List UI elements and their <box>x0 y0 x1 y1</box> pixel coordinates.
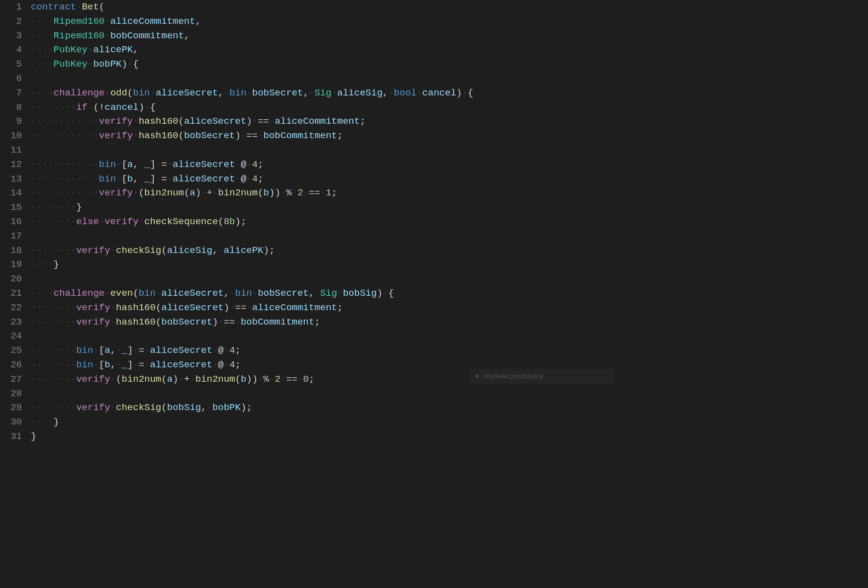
code-line[interactable]: ········if·(!cancel)·{ <box>31 100 868 115</box>
token: aliceSig <box>337 87 383 98</box>
token: ( <box>178 130 184 141</box>
token: verify <box>99 116 133 127</box>
token: · <box>93 359 98 370</box>
token: bin2num <box>121 374 161 385</box>
token: bobSecret <box>184 130 235 141</box>
token: ( <box>139 187 144 198</box>
token: ) <box>139 102 144 113</box>
token: ; <box>258 173 263 184</box>
code-line[interactable]: ············bin·[a,·_]·=·aliceSecret·@·4… <box>31 158 868 172</box>
code-line[interactable] <box>31 272 868 286</box>
token: ! <box>99 102 104 113</box>
code-line[interactable]: ········} <box>31 200 868 215</box>
token: verify <box>99 187 133 198</box>
indent-whitespace: ········ <box>31 216 76 227</box>
code-line[interactable]: } <box>31 429 868 444</box>
code-line[interactable]: ········verify·checkSig(aliceSig,·aliceP… <box>31 244 868 258</box>
code-line[interactable]: ····PubKey·bobPK)·{ <box>31 57 868 72</box>
code-line[interactable]: ····challenge·odd(bin·aliceSecret,·bin·b… <box>31 86 868 100</box>
token: · <box>331 87 337 98</box>
code-line[interactable]: ········verify·hash160(bobSecret)·==·bob… <box>31 315 868 330</box>
line-number: 2 <box>0 14 22 29</box>
line-number: 22 <box>0 301 22 315</box>
token: 2 <box>275 374 280 385</box>
code-line[interactable] <box>31 387 868 401</box>
token: · <box>116 359 121 370</box>
code-line[interactable]: ············bin·[b,·_]·=·aliceSecret·@·4… <box>31 172 868 186</box>
indent-whitespace: ············ <box>31 116 99 127</box>
code-line[interactable]: ········bin·[a,·_]·=·aliceSecret·@·4; <box>31 343 868 358</box>
code-line[interactable]: ····challenge·even(bin·aliceSecret,·bin·… <box>31 286 868 301</box>
code-line[interactable]: ············verify·hash160(aliceSecret)·… <box>31 114 868 129</box>
token: aliceSecret <box>173 173 235 184</box>
token: , <box>201 402 206 413</box>
token: } <box>76 202 82 213</box>
token: _ <box>144 159 150 170</box>
code-line[interactable]: ········bin·[b,·_]·=·aliceSecret·@·4; <box>31 358 868 372</box>
code-editor[interactable]: 1234567891011121314151617181920212223242… <box>0 0 868 588</box>
token: Bet <box>82 1 99 12</box>
token: · <box>110 402 116 413</box>
code-line[interactable]: ····Ripemd160·bobCommitment, <box>31 29 868 43</box>
token: bobSecret <box>258 288 309 299</box>
token: b <box>127 173 133 184</box>
token: ; <box>309 374 314 385</box>
token: _ <box>121 345 127 356</box>
token: · <box>258 374 263 385</box>
code-line[interactable]: ····PubKey·alicePK, <box>31 43 868 57</box>
token: alicePK <box>93 44 133 55</box>
code-line[interactable]: ····Ripemd160·aliceCommitment, <box>31 14 868 29</box>
token: verify <box>76 374 110 385</box>
token: verify <box>76 302 110 313</box>
code-line[interactable]: ············verify·(bin2num(a)·+·bin2num… <box>31 186 868 200</box>
token: aliceCommitment <box>110 16 195 27</box>
token: checkSig <box>116 402 161 413</box>
token: ) <box>275 187 280 198</box>
indent-whitespace: ········ <box>31 245 76 256</box>
token: ( <box>184 187 190 198</box>
code-line[interactable]: ············verify·hash160(bobSecret)·==… <box>31 129 868 143</box>
token: aliceSig <box>167 245 212 256</box>
code-area[interactable]: contract·Bet(····Ripemd160·aliceCommitme… <box>31 0 868 588</box>
token: · <box>139 159 144 170</box>
line-number: 13 <box>0 172 22 186</box>
token: · <box>212 345 218 356</box>
token: · <box>246 159 252 170</box>
code-line[interactable] <box>31 229 868 244</box>
line-number: 7 <box>0 86 22 100</box>
token: aliceSecret <box>156 87 218 98</box>
token: a <box>104 345 110 356</box>
code-line[interactable]: ········verify·hash160(aliceSecret)·==·a… <box>31 301 868 315</box>
code-line[interactable] <box>31 329 868 343</box>
token: bin <box>139 288 156 299</box>
code-line[interactable] <box>31 143 868 158</box>
line-number: 18 <box>0 244 22 258</box>
token: · <box>190 374 195 385</box>
code-line[interactable]: ········else·verify·checkSequence(8b); <box>31 215 868 229</box>
code-line[interactable] <box>31 72 868 86</box>
indent-whitespace: ········ <box>31 345 76 356</box>
token: challenge <box>54 288 105 299</box>
token: bobSig <box>343 288 377 299</box>
token: , <box>133 173 138 184</box>
token: aliceCommitment <box>252 302 337 313</box>
token: ( <box>127 87 133 98</box>
token: b <box>104 359 110 370</box>
token: · <box>116 159 121 170</box>
code-line[interactable]: ········verify·checkSig(bobSig,·bobPK); <box>31 401 868 415</box>
token: · <box>201 187 206 198</box>
token: Ripemd160 <box>54 30 105 41</box>
code-line[interactable]: ····} <box>31 415 868 429</box>
line-number: 27 <box>0 372 22 387</box>
code-line[interactable]: contract·Bet( <box>31 0 868 14</box>
token: ( <box>178 116 184 127</box>
line-number: 30 <box>0 415 22 429</box>
line-number: 19 <box>0 257 22 272</box>
code-line[interactable]: ····} <box>31 257 868 272</box>
token: if <box>76 102 88 113</box>
code-line[interactable]: ········verify·(bin2num(a)·+·bin2num(b))… <box>31 372 868 387</box>
token: verify <box>99 130 133 141</box>
token: a <box>167 374 173 385</box>
token: 4 <box>252 173 258 184</box>
indent-whitespace: ········ <box>31 359 76 370</box>
